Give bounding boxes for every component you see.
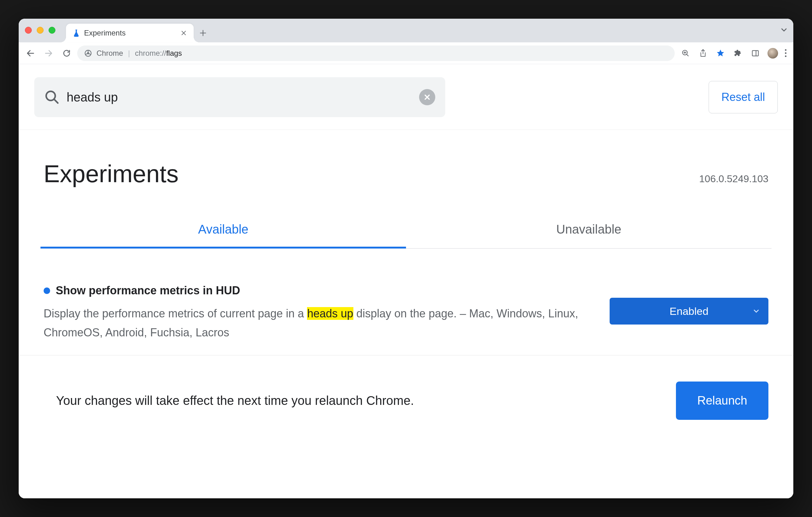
browser-tab[interactable]: Experiments: [66, 24, 194, 42]
svg-point-4: [46, 91, 55, 100]
extensions-icon[interactable]: [733, 48, 743, 59]
reset-all-button[interactable]: Reset all: [708, 81, 778, 113]
tab-unavailable[interactable]: Unavailable: [406, 222, 772, 248]
toolbar: Chrome | chrome://flags: [19, 42, 793, 64]
search-field[interactable]: [34, 77, 445, 117]
back-button[interactable]: [23, 46, 38, 61]
url-path: flags: [166, 49, 182, 57]
flag-description: Display the performance metrics of curre…: [44, 304, 591, 342]
flag-row: Show performance metrics in HUD Display …: [19, 249, 793, 342]
tabstrip-chevron-icon[interactable]: [780, 26, 788, 34]
tab-title: Experiments: [84, 29, 125, 37]
titlebar: Experiments: [19, 19, 793, 42]
maximize-window-button[interactable]: [49, 27, 55, 34]
url-scheme: chrome://: [135, 49, 166, 57]
omnibox-chip-label: Chrome: [96, 49, 123, 58]
tab-close-icon[interactable]: [181, 30, 187, 36]
search-highlight: heads up: [307, 307, 353, 320]
minimize-window-button[interactable]: [37, 27, 44, 34]
search-icon: [44, 89, 60, 105]
reload-button[interactable]: [59, 46, 74, 61]
menu-button[interactable]: [785, 49, 786, 57]
svg-point-1: [87, 52, 89, 54]
share-icon[interactable]: [698, 48, 708, 59]
footer-row: Your changes will take effect the next t…: [19, 355, 793, 420]
bookmark-star-icon[interactable]: [715, 48, 726, 59]
page-title: Experiments: [44, 160, 179, 188]
close-window-button[interactable]: [25, 27, 32, 34]
chevron-down-icon: [752, 307, 760, 315]
flag-desc-pre: Display the performance metrics of curre…: [44, 307, 307, 320]
flag-state-select[interactable]: Enabled: [610, 298, 768, 324]
flask-icon: [73, 29, 80, 37]
window-controls: [25, 27, 55, 34]
tabs-row: Available Unavailable: [40, 222, 772, 249]
profile-avatar[interactable]: [767, 48, 778, 59]
header-row: Experiments 106.0.5249.103: [19, 130, 793, 188]
browser-window: Experiments: [19, 19, 793, 498]
footer-message: Your changes will take effect the next t…: [56, 394, 414, 408]
forward-button[interactable]: [41, 46, 56, 61]
zoom-icon[interactable]: [680, 48, 691, 59]
clear-search-button[interactable]: [419, 89, 435, 105]
address-bar[interactable]: Chrome | chrome://flags: [77, 46, 675, 61]
site-info-icon[interactable]: [84, 49, 92, 57]
search-row: Reset all: [19, 64, 793, 130]
relaunch-button[interactable]: Relaunch: [676, 381, 768, 420]
search-input[interactable]: [67, 90, 412, 104]
svg-rect-3: [752, 51, 758, 56]
modified-dot-icon: [44, 287, 50, 294]
toolbar-actions: [678, 48, 789, 59]
flag-title-line: Show performance metrics in HUD: [44, 284, 591, 297]
flag-state-value: Enabled: [670, 305, 708, 317]
version-label: 106.0.5249.103: [699, 173, 768, 185]
omnibox-divider: |: [128, 49, 130, 58]
sidepanel-icon[interactable]: [750, 48, 761, 59]
tab-available[interactable]: Available: [40, 222, 406, 248]
flag-title: Show performance metrics in HUD: [56, 284, 240, 297]
page-content: Reset all Experiments 106.0.5249.103 Ava…: [19, 64, 793, 498]
